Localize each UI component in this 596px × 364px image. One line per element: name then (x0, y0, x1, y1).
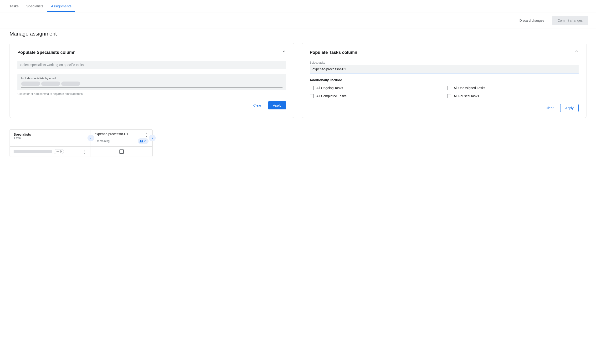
specialists-card-header: Populate Specialists column ⌃ (17, 50, 286, 55)
task-count-value: 0 (144, 140, 146, 143)
people-icon (139, 139, 143, 143)
specialist-list-badge: 0 (54, 149, 64, 154)
checkbox-ongoing-label: All Ongoing Tasks (316, 86, 343, 90)
task-header-top: expense-processor-P1 ⋮ (95, 132, 149, 137)
checkbox-unassigned-label: All Unassigned Tasks (454, 86, 485, 90)
task-header-bottom: 0 remaining 0 (95, 138, 149, 144)
specialists-column-header: Specialists 1 total (10, 130, 91, 146)
table-nav-left-arrow[interactable]: ‹ (88, 135, 94, 141)
task-column-header: ‹ expense-processor-P1 ⋮ 0 remaining 0 › (91, 130, 152, 146)
cards-container: Populate Specialists column ⌃ Include sp… (0, 43, 596, 118)
email-box-label: Include specialists by email (21, 77, 283, 80)
task-more-icon[interactable]: ⋮ (144, 132, 149, 137)
checkboxes-grid: All Ongoing Tasks All Unassigned Tasks A… (310, 86, 579, 98)
specialists-card-title: Populate Specialists column (17, 50, 75, 55)
nav-specialists[interactable]: Specialists (22, 1, 47, 11)
checkbox-ongoing[interactable]: All Ongoing Tasks (310, 86, 441, 90)
select-tasks-label: Select tasks (310, 61, 579, 64)
checkbox-completed[interactable]: All Completed Tasks (310, 94, 441, 98)
checkbox-unassigned[interactable]: All Unassigned Tasks (447, 86, 579, 90)
checkbox-completed-box (310, 94, 314, 98)
specialist-data-cell: 0 ⋮ (10, 147, 91, 157)
specialist-more-icon[interactable]: ⋮ (82, 149, 87, 154)
checkbox-paused[interactable]: All Paused Tasks (447, 94, 579, 98)
task-column-name: expense-processor-P1 (95, 132, 128, 136)
assignment-checkbox[interactable] (119, 149, 124, 154)
task-remaining: 0 remaining (95, 140, 110, 143)
tasks-apply-button[interactable]: Apply (560, 104, 579, 112)
tasks-card-title: Populate Tasks column (310, 50, 357, 55)
select-specialists-field (17, 61, 286, 69)
specialist-list-count: 0 (60, 150, 62, 153)
email-hint: Use enter or add comma to separate email… (17, 92, 286, 96)
nav-assignments[interactable]: Assignments (47, 1, 75, 11)
select-tasks-input[interactable] (310, 65, 579, 74)
specialists-card-collapse-icon[interactable]: ⌃ (282, 50, 286, 55)
tasks-card: Populate Tasks column ⌃ Select tasks Add… (302, 43, 587, 118)
table-nav-right-arrow[interactable]: › (149, 135, 156, 141)
specialists-card: Populate Specialists column ⌃ Include sp… (9, 43, 294, 118)
task-data-cell (91, 147, 152, 157)
commit-changes-button[interactable]: Commit changes (552, 16, 588, 25)
task-count-badge: 0 (138, 138, 149, 144)
additionally-label: Additionally, include (310, 78, 579, 82)
email-tag (21, 82, 40, 86)
table-row: 0 ⋮ (10, 147, 152, 157)
tasks-clear-button[interactable]: Clear (543, 104, 556, 112)
checkbox-ongoing-box (310, 86, 314, 90)
specialists-apply-button[interactable]: Apply (268, 101, 286, 109)
tasks-card-header: Populate Tasks column ⌃ (310, 50, 579, 55)
table-header-row: Specialists 1 total ‹ expense-processor-… (10, 130, 152, 147)
checkbox-completed-label: All Completed Tasks (316, 94, 347, 98)
specialists-col-subtitle: 1 total (14, 136, 87, 140)
select-tasks-field: Select tasks (310, 61, 579, 74)
email-tag (41, 82, 60, 86)
specialists-clear-button[interactable]: Clear (251, 102, 264, 109)
checkbox-paused-label: All Paused Tasks (454, 94, 479, 98)
checkbox-unassigned-box (447, 86, 451, 90)
tasks-card-collapse-icon[interactable]: ⌃ (574, 50, 579, 55)
assignment-table: Specialists 1 total ‹ expense-processor-… (9, 129, 153, 157)
nav-tasks[interactable]: Tasks (6, 1, 22, 11)
email-tags-container (21, 82, 283, 88)
checkbox-paused-box (447, 94, 451, 98)
page-title: Manage assignment (0, 29, 596, 43)
top-nav: Tasks Specialists Assignments (0, 0, 596, 12)
specialists-col-title: Specialists (14, 133, 87, 136)
tasks-card-footer: Clear Apply (310, 104, 579, 112)
select-specialists-input[interactable] (17, 61, 286, 69)
action-bar: Discard changes Commit changes (0, 12, 596, 29)
specialist-name-blurred (14, 150, 52, 153)
specialists-card-footer: Clear Apply (17, 101, 286, 109)
assignment-table-area: Specialists 1 total ‹ expense-processor-… (9, 129, 587, 157)
discard-changes-button[interactable]: Discard changes (516, 17, 548, 24)
list-icon (56, 150, 59, 153)
email-tag (61, 82, 80, 86)
email-include-box: Include specialists by email (17, 74, 286, 90)
